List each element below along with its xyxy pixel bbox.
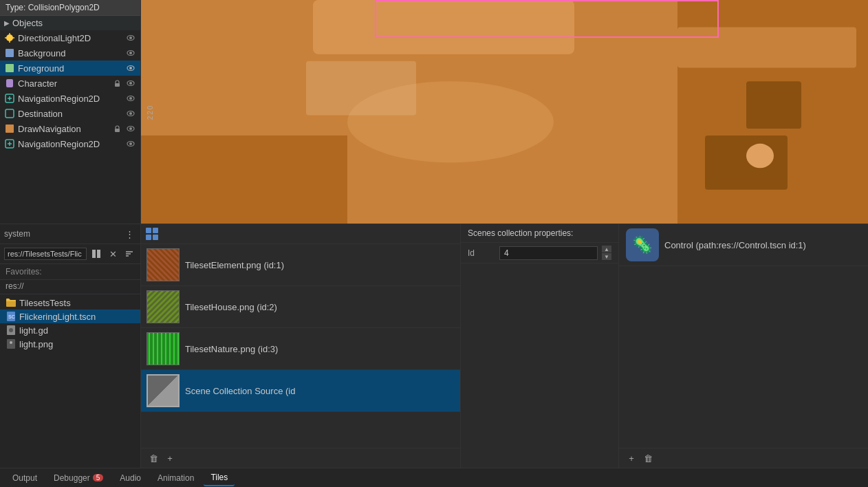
svg-rect-24 (115, 129, 120, 132)
spinner-down-btn[interactable]: ▼ (602, 253, 611, 260)
file-item-lightpng[interactable]: light.png (0, 337, 140, 351)
tab-debugger-label: Debugger (54, 473, 90, 483)
file-item-lightgd[interactable]: light.gd (0, 323, 140, 337)
main-viewport[interactable]: 220 (141, 0, 868, 224)
tileset-delete-btn[interactable]: 🗑 (147, 451, 160, 465)
id-value-input[interactable] (499, 246, 598, 260)
scene-item-label: Foreground (18, 63, 122, 74)
filesystem-options-btn[interactable]: ⋮ (122, 227, 136, 241)
source-icon-emoji: 🦠 (632, 235, 653, 255)
svg-point-40 (746, 144, 774, 168)
objects-label: Objects (12, 18, 43, 28)
scene-item-label: Character (18, 78, 109, 89)
svg-rect-20 (6, 109, 14, 118)
properties-title: Scenes collection properties: (461, 224, 618, 243)
scene-item-drawnavigation[interactable]: DrawNavigation (0, 121, 140, 136)
id-spinner: ▲ ▼ (602, 246, 611, 260)
tab-tiles-label: Tiles (210, 473, 228, 482)
tab-tiles[interactable]: Tiles (204, 470, 235, 486)
filesystem-panel: system ⋮ res://TilesetsTests/Flic ✕ Favo… (0, 224, 141, 468)
path-input[interactable]: res://TilesetsTests/Flic (4, 248, 87, 260)
scene-list: DirectionalLight2D Background Foregrou (0, 30, 140, 224)
tileset-thumbnail (147, 332, 180, 365)
visibility-btn[interactable] (125, 93, 136, 104)
source-delete-btn[interactable]: 🗑 (641, 451, 655, 465)
viewport-background: 220 (141, 0, 868, 224)
svg-text:SC: SC (8, 314, 15, 319)
visibility-btn[interactable] (125, 63, 136, 74)
tab-output[interactable]: Output (6, 470, 44, 486)
svg-point-50 (9, 328, 13, 332)
terrain-svg (141, 0, 868, 224)
tileset-item-label: TilesetNature.png (id:3) (185, 344, 278, 354)
scene-tree-sidebar: Type: CollisionPolygon2D ▶ Objects Direc… (0, 0, 141, 224)
file-item-tilesets[interactable]: TilesetsTests (0, 296, 140, 310)
tab-debugger[interactable]: Debugger 5 (47, 470, 110, 486)
svg-rect-10 (6, 64, 14, 72)
file-item-label: light.png (19, 339, 53, 349)
svg-rect-14 (115, 83, 120, 87)
visibility-btn[interactable] (125, 47, 136, 58)
scene-item-destination[interactable]: Destination (0, 106, 140, 121)
tab-audio-label: Audio (120, 473, 141, 483)
svg-point-22 (129, 112, 132, 115)
navregion2-icon (4, 138, 15, 149)
visibility-btn[interactable] (125, 108, 136, 119)
tileset-item-label: TilesetHouse.png (id:2) (185, 302, 277, 312)
chevron-icon: ▶ (4, 19, 10, 27)
scene-item-label: NavigationRegion2D (18, 94, 122, 104)
svg-rect-34 (677, 27, 856, 67)
tab-audio[interactable]: Audio (113, 470, 148, 486)
favorites-header: Favorites: (0, 264, 140, 280)
background-icon (4, 47, 15, 58)
sort-btn[interactable] (122, 247, 136, 261)
svg-rect-13 (6, 79, 13, 87)
tileset-thumbnail (147, 374, 180, 407)
lock-icon[interactable] (111, 78, 122, 89)
scene-item-foreground[interactable]: Foreground (0, 61, 140, 76)
svg-rect-41 (92, 250, 96, 258)
tileset-item-element[interactable]: TilesetElement.png (id:1) (141, 244, 460, 286)
draw-icon (4, 123, 15, 134)
file-item-flickering[interactable]: SC FlickeringLight.tscn (0, 310, 140, 323)
tab-animation[interactable]: Animation (151, 470, 201, 486)
res-path: res:// (0, 280, 140, 294)
scene-item-background[interactable]: Background (0, 45, 140, 61)
svg-point-19 (129, 97, 132, 100)
tileset-add-btn[interactable]: + (163, 451, 177, 465)
tileset-thumbnail (147, 248, 180, 281)
scene-item-navregion2[interactable]: NavigationRegion2D (0, 136, 140, 151)
source-add-btn[interactable]: + (625, 451, 638, 465)
visibility-btn[interactable] (125, 32, 136, 43)
script-icon (6, 325, 17, 336)
split-view-btn[interactable] (89, 247, 103, 261)
tileset-item-scene[interactable]: Scene Collection Source (id (141, 370, 460, 412)
visibility-btn[interactable] (125, 138, 136, 149)
path-bar: res://TilesetsTests/Flic ✕ (0, 244, 140, 264)
svg-rect-53 (146, 228, 151, 233)
visibility-btn[interactable] (125, 78, 136, 89)
filesystem-label: system (4, 229, 30, 239)
svg-rect-56 (153, 235, 158, 240)
svg-rect-36 (705, 136, 788, 190)
foreground-icon (4, 63, 15, 74)
visibility-btn[interactable] (125, 123, 136, 134)
tileset-item-house[interactable]: TilesetHouse.png (id:2) (141, 286, 460, 328)
svg-rect-54 (153, 228, 158, 233)
character-icon (4, 78, 15, 89)
svg-point-12 (129, 67, 132, 69)
scene-collection-properties: Scenes collection properties: Id ▲ ▼ (461, 224, 619, 468)
lock-icon[interactable] (111, 123, 122, 134)
objects-row[interactable]: ▶ Objects (0, 16, 140, 30)
viewport-scale-number: 220 (147, 104, 154, 120)
svg-rect-23 (6, 125, 14, 133)
source-icon: 🦠 (626, 228, 659, 261)
tileset-bottom-toolbar: 🗑 + (141, 448, 460, 468)
scene-item-directional[interactable]: DirectionalLight2D (0, 30, 140, 45)
scene-item-character[interactable]: Character (0, 76, 140, 91)
tileset-item-nature[interactable]: TilesetNature.png (id:3) (141, 328, 460, 370)
clear-search-btn[interactable]: ✕ (106, 247, 120, 261)
scene-item-navregion1[interactable]: NavigationRegion2D (0, 91, 140, 106)
spinner-up-btn[interactable]: ▲ (602, 246, 611, 252)
scene-item-label: Destination (18, 109, 122, 119)
